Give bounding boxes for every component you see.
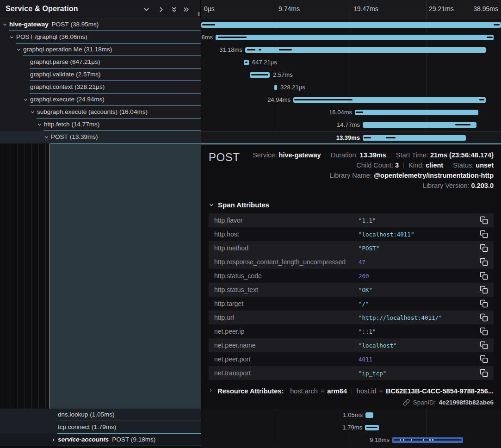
operation-name: POST	[51, 133, 68, 140]
tick-label: 29.21ms	[429, 5, 454, 12]
span-id-row: SpanID: 4e21998f3b82abe6	[209, 399, 494, 406]
span-bar[interactable]	[363, 122, 476, 128]
span-bar[interactable]	[250, 72, 270, 78]
chevron-down-icon[interactable]	[23, 97, 28, 102]
copy-icon[interactable]	[480, 272, 488, 280]
chevron-down-icon[interactable]	[16, 47, 21, 52]
copy-icon[interactable]	[480, 327, 488, 336]
copy-icon[interactable]	[480, 369, 488, 377]
attribute-row: http.response_content_length_uncompresse…	[209, 255, 494, 269]
operation-name: graphql.validate	[30, 71, 74, 78]
attribute-row: net.peer.ip"::1"	[209, 324, 494, 338]
chevrons-down-icon[interactable]	[170, 6, 178, 13]
pane-resize-handle[interactable]: ‖	[198, 11, 199, 18]
service-name: service-accounts	[58, 436, 109, 443]
span-bar-row	[201, 19, 501, 31]
chevron-down-icon[interactable]	[44, 135, 49, 140]
tree-row-hive-gateway-post[interactable]: hive-gatewayPOST(38.95ms)	[0, 19, 201, 31]
attribute-row: net.peer.port4011	[209, 352, 494, 366]
span-duration: (9.18ms)	[131, 436, 155, 443]
chevron-down-icon[interactable]	[2, 22, 7, 27]
span-bar[interactable]	[355, 110, 478, 115]
tree-row-service-accounts-post[interactable]: service-accountsPOST(9.18ms)	[0, 434, 201, 446]
selected-span-detail-area	[49, 143, 201, 409]
operation-name: http.fetch	[44, 121, 70, 128]
resource-key: host.id	[357, 387, 377, 395]
timeline-pane: 0μs 9.74ms 19.47ms 29.21ms 38.95ms 36.06…	[201, 0, 501, 448]
gridline	[351, 0, 351, 18]
trace-viewer: Service & Operation ‖ hive-gatewayPOST(3…	[0, 0, 501, 448]
span-bar[interactable]	[365, 412, 373, 418]
duration-value: 13.39ms	[360, 151, 386, 159]
span-bar[interactable]	[274, 85, 277, 90]
tree-row-http-fetch[interactable]: http.fetch(14.77ms)	[0, 118, 201, 131]
span-id-value: 4e21998f3b82abe6	[439, 399, 494, 406]
span-bar[interactable]	[363, 135, 466, 141]
tree-row-post-selected[interactable]: POST(13.39ms)	[0, 131, 201, 143]
copy-icon[interactable]	[480, 313, 488, 322]
span-bar[interactable]	[216, 35, 494, 40]
chevron-down-icon	[209, 202, 214, 208]
operation-name: graphql.parse	[30, 58, 68, 65]
span-bar[interactable]	[293, 97, 486, 103]
span-bar[interactable]	[201, 22, 501, 28]
span-attributes-toggle[interactable]: Span Attributes	[209, 201, 494, 209]
span-bar[interactable]	[244, 60, 249, 65]
span-duration: (38.95ms)	[71, 21, 99, 28]
span-duration: (647.21μs)	[70, 58, 100, 65]
span-bar[interactable]	[365, 425, 379, 430]
chevron-down-icon[interactable]	[9, 35, 14, 40]
pane-title: Service & Operation	[6, 5, 78, 13]
tree-row-post-graphql[interactable]: POST /graphql(36.06ms)	[0, 31, 201, 44]
chevron-down-icon[interactable]	[37, 122, 42, 127]
tree-row-dns-lookup[interactable]: dns.lookup(1.05ms)	[0, 409, 201, 421]
chevron-right-icon[interactable]	[157, 6, 165, 13]
tree-row-graphql-execute[interactable]: graphql.execute(24.94ms)	[0, 93, 201, 106]
tick-label: 19.47ms	[353, 5, 378, 12]
resource-value: BC62E13B-C4CC-5854-9788-256...	[386, 387, 494, 395]
tree-row-graphql-context[interactable]: graphql.context(328.21μs)	[0, 81, 201, 93]
operation-name: tcp.connect	[58, 423, 90, 430]
attribute-row: http.target"/"	[209, 297, 494, 311]
span-bar[interactable]	[245, 47, 486, 53]
chevron-right-icon[interactable]	[51, 437, 56, 442]
bar-duration-label: 2.57ms	[273, 71, 293, 78]
operation-name: graphql.context	[30, 83, 73, 90]
copy-icon[interactable]	[480, 286, 488, 294]
copy-icon[interactable]	[480, 258, 488, 266]
chevron-right-icon[interactable]	[209, 388, 213, 394]
link-icon[interactable]	[403, 399, 410, 406]
resource-attributes-row: Resource Attributes: host.arch = arm64 h…	[209, 387, 494, 395]
span-id-label: SpanID:	[413, 399, 436, 406]
resource-key: host.arch	[290, 387, 318, 395]
chevron-down-icon[interactable]	[30, 110, 35, 115]
copy-icon[interactable]	[480, 299, 488, 308]
span-bar-row: 647.21μs	[201, 56, 501, 68]
operation-name: graphql.operation Me	[23, 46, 82, 53]
span-bar-row: 1.05ms	[201, 409, 501, 421]
span-duration: (2.57ms)	[76, 71, 100, 78]
tree-row-graphql-validate[interactable]: graphql.validate(2.57ms)	[0, 68, 201, 81]
bar-duration-label: 16.04ms	[329, 109, 352, 116]
copy-icon[interactable]	[480, 244, 488, 252]
span-bar-row: 16.04ms	[201, 106, 501, 118]
span-duration: (13.39ms)	[70, 133, 98, 140]
copy-icon[interactable]	[480, 355, 488, 363]
copy-icon[interactable]	[480, 341, 488, 349]
attribute-row: http.status_text"OK"	[209, 283, 494, 297]
gridline	[276, 0, 276, 18]
copy-icon[interactable]	[480, 216, 488, 224]
span-bar-row: 14.77ms	[201, 118, 501, 131]
span-bar[interactable]	[392, 437, 463, 443]
span-bar-row: 1.79ms	[201, 421, 501, 434]
chevron-down-icon[interactable]	[142, 6, 150, 13]
tree-row-graphql-parse[interactable]: graphql.parse(647.21μs)	[0, 56, 201, 68]
chevrons-right-icon[interactable]	[182, 6, 190, 13]
copy-icon[interactable]	[480, 230, 488, 238]
bar-duration-label: 328.21μs	[280, 84, 305, 91]
bar-duration-label: 31.18ms	[219, 46, 242, 53]
tree-row-graphql-operation[interactable]: graphql.operation Me(31.18ms)	[0, 44, 201, 56]
span-duration: (1.79ms)	[92, 423, 116, 430]
tree-row-tcp-connect[interactable]: tcp.connect(1.79ms)	[0, 421, 201, 434]
tree-row-subgraph-execute[interactable]: subgraph.execute (accounts)(16.04ms)	[0, 106, 201, 118]
